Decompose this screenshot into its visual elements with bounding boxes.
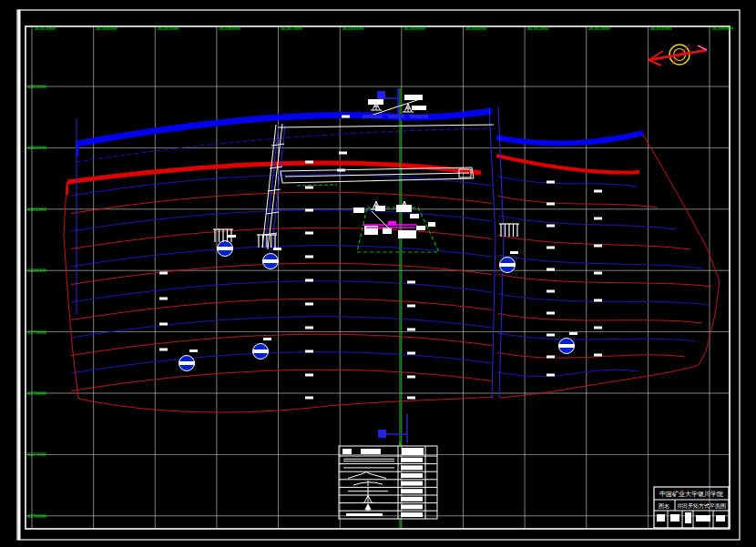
elevation-label <box>407 397 415 400</box>
left-coordinate-label: 4277000 <box>27 451 46 457</box>
legend-label-block <box>401 481 423 486</box>
elevation-label <box>159 272 168 275</box>
top-coordinate-label: 36392000 <box>588 25 610 31</box>
top-coordinate-label: 36387000 <box>281 25 302 31</box>
drawing-name-label: 图名 <box>659 502 669 510</box>
legend-symbol-double-line <box>343 459 394 461</box>
elevation-label <box>159 349 168 351</box>
top-coordinate-label: 36384000 <box>96 25 117 31</box>
elevation-label <box>305 161 313 164</box>
legend-symbol-triangle-marker <box>365 504 371 512</box>
elevation-label <box>305 327 313 329</box>
top-coordinate-label: 36383000 <box>34 25 56 31</box>
legend-row <box>339 465 437 471</box>
elevation-label <box>305 209 313 212</box>
elevation-label <box>547 290 555 293</box>
institution-name: 中国矿业大学银川学院 <box>659 491 723 498</box>
legend-label-block <box>401 497 423 501</box>
legend-label-block <box>401 458 423 462</box>
legend-row <box>339 488 437 495</box>
borehole-icon <box>253 338 272 360</box>
left-coordinate-label: 4281000 <box>27 207 46 212</box>
industrial-site <box>353 205 439 252</box>
coal-seam-outcrop-blue <box>77 111 643 157</box>
elevation-label <box>305 374 313 377</box>
elevation-label <box>594 354 602 357</box>
north-arrow-icon <box>649 45 707 66</box>
elevation-label <box>305 279 313 282</box>
rail-line <box>278 125 494 127</box>
legend-row <box>346 512 423 517</box>
elevation-label <box>547 247 555 249</box>
borehole-icons <box>179 235 578 371</box>
legend-symbol-headframe-tower <box>363 495 373 502</box>
legend-label-block <box>401 473 423 478</box>
section-marker-bottom <box>378 414 407 443</box>
legend-label-block <box>401 489 423 493</box>
left-coordinate-label: 4282000 <box>27 145 46 150</box>
elevation-label <box>159 323 168 326</box>
elevation-label <box>594 218 602 220</box>
legend-symbol-hill-contour <box>348 472 386 479</box>
left-coordinate-label: 4280000 <box>27 268 46 273</box>
east-field-contours <box>498 177 711 377</box>
borehole-icon <box>179 349 199 371</box>
top-coordinate-label: 36394000 <box>711 25 733 31</box>
drawing-name: 井田开拓方式平面图 <box>677 502 726 510</box>
legend-label-block <box>401 465 423 470</box>
legend-row <box>339 495 437 502</box>
elevation-label <box>305 397 313 400</box>
top-coordinate-label: 36389000 <box>404 25 425 31</box>
legend-table <box>339 442 437 519</box>
elevation-label <box>305 232 313 235</box>
elevation-label <box>547 334 555 337</box>
left-coordinate-labels: 4283000428200042810004280000427900042780… <box>27 84 46 519</box>
elevation-label <box>407 376 415 379</box>
elevation-label <box>407 352 415 355</box>
comb-symbol <box>499 224 519 237</box>
elevation-label <box>594 272 602 275</box>
elevation-label <box>594 190 602 193</box>
cad-drawing-sheet: 3638300036384000363850003638600036387000… <box>0 0 756 547</box>
elevation-label <box>547 225 555 228</box>
drawing-canvas[interactable]: 3638300036384000363850003638600036387000… <box>0 0 756 547</box>
left-coordinate-label: 4276000 <box>27 513 46 519</box>
legend-label-block <box>401 512 423 517</box>
elevation-label <box>407 329 415 331</box>
fault-line-east <box>489 106 504 399</box>
top-coordinate-label: 36386000 <box>219 25 240 31</box>
left-coordinate-label: 4279000 <box>27 329 46 335</box>
legend-symbol-stream-curve <box>353 481 383 486</box>
contour-elevation-labels <box>159 116 602 400</box>
elevation-label <box>407 281 415 284</box>
elevation-label <box>594 327 602 329</box>
borehole-icon <box>500 251 519 273</box>
elevation-label <box>159 298 168 300</box>
elevation-label <box>305 303 313 306</box>
elevation-label <box>594 299 602 302</box>
elevation-label <box>547 356 555 359</box>
legend-row <box>339 481 437 487</box>
legend-header-text-blocks <box>342 448 424 455</box>
elevation-label <box>339 152 347 155</box>
elevation-label <box>337 169 345 172</box>
fault-line-west <box>262 124 285 251</box>
comb-symbol <box>257 235 277 248</box>
top-coordinate-label: 36391000 <box>526 25 548 31</box>
sheet-frame <box>17 10 740 540</box>
elevation-label <box>342 116 350 118</box>
top-coordinate-label: 36393000 <box>649 25 671 31</box>
elevation-label <box>305 350 313 353</box>
legend-symbol-tick-line <box>348 488 388 495</box>
legend-row <box>339 472 437 480</box>
title-block: 中国矿业大学银川学院 图名 井田开拓方式平面图 <box>654 487 729 528</box>
elevation-label <box>305 256 313 258</box>
legend-row <box>339 458 437 464</box>
borehole-icon <box>218 235 237 257</box>
west-field-contours <box>71 175 492 391</box>
left-coordinate-label: 4283000 <box>27 84 46 89</box>
title-block-text-blocks <box>657 512 725 523</box>
elevation-label <box>305 187 313 189</box>
site-green-dash <box>297 185 337 186</box>
top-coordinate-label: 36390000 <box>465 25 486 31</box>
